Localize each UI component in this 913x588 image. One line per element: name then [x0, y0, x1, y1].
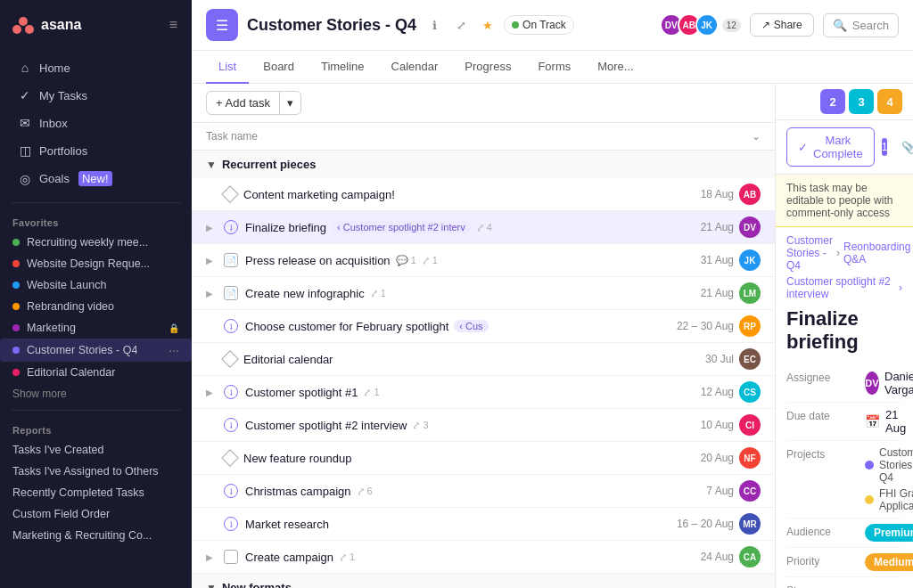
project1-dot: [865, 461, 874, 470]
tab-forms[interactable]: Forms: [525, 51, 583, 84]
sidebar-item-portfolios[interactable]: ◫ Portfolios: [5, 137, 186, 164]
task-name: Customer spotlight #2 interview: [245, 419, 407, 432]
info-button[interactable]: ℹ: [424, 14, 445, 36]
fav-item-3[interactable]: Rebranding video: [0, 296, 192, 317]
task-row[interactable]: ▶ 📄 Create new infographic ⤤ 1 21 Aug LM: [192, 277, 775, 310]
reports-item-3[interactable]: Custom Field Order: [0, 503, 192, 525]
task-row[interactable]: Customer spotlight #2 interview ⤤ 3 10 A…: [192, 409, 775, 442]
task-row[interactable]: Choose customer for February spotlight ‹…: [192, 310, 775, 343]
fav-item-6[interactable]: Editorial Calendar: [0, 362, 192, 383]
section-new-formats[interactable]: ▼ New formats: [192, 574, 775, 588]
task-list-header: Task name ⌄: [192, 123, 775, 151]
expand-icon[interactable]: ▶: [206, 223, 220, 233]
tab-list[interactable]: List: [206, 51, 249, 84]
task-row[interactable]: Content marketing campaign! 18 Aug AB: [192, 178, 775, 211]
due-date-value[interactable]: 📅 21 Aug: [865, 408, 906, 435]
avatar-3: JK: [695, 13, 719, 37]
task-check[interactable]: [224, 484, 238, 498]
task-row[interactable]: ▶ Customer spotlight #1 ⤤ 1 12 Aug CS: [192, 376, 775, 409]
content-area: + Add task ▾ Task name ⌄ ▼ Recurrent pie…: [192, 84, 913, 588]
task-check[interactable]: [224, 319, 238, 333]
projects-value: Customer Stories - Q4 Recurrent pieces ›…: [865, 446, 913, 512]
task-check[interactable]: [221, 449, 239, 467]
detail-tab-2[interactable]: 2: [820, 89, 845, 114]
task-check[interactable]: 📄: [224, 253, 238, 267]
paperclip-button[interactable]: 📎: [901, 135, 913, 159]
tab-calendar[interactable]: Calendar: [379, 51, 451, 84]
task-check[interactable]: [224, 220, 238, 234]
sidebar-item-my-tasks-label: My Tasks: [39, 89, 87, 102]
reports-item-1[interactable]: Tasks I've Assigned to Others: [0, 461, 192, 482]
reports-item-4[interactable]: Marketing & Recruiting Co...: [0, 525, 192, 546]
breadcrumb-project[interactable]: Customer Stories - Q4: [786, 234, 833, 272]
search-box[interactable]: 🔍 Search: [823, 13, 899, 37]
subtask-icon: ⤤ 4: [476, 222, 492, 233]
task-row[interactable]: Market research 16 – 20 Aug MR: [192, 508, 775, 541]
detail-task-title[interactable]: Finalize briefing: [776, 304, 913, 361]
expand-button[interactable]: ⤢: [450, 14, 472, 36]
sidebar-item-goals[interactable]: ◎ Goals New!: [5, 165, 186, 192]
task-row[interactable]: ▶ 📄 Press release on acquisition 💬 1 ⤤ 1…: [192, 244, 775, 277]
tab-timeline[interactable]: Timeline: [308, 51, 377, 84]
task-name: Finalize briefing: [245, 221, 326, 234]
task-check[interactable]: [224, 517, 238, 531]
expand-icon[interactable]: ▶: [206, 388, 220, 397]
task-check[interactable]: [221, 185, 239, 203]
expand-icon[interactable]: ▶: [206, 256, 220, 265]
detail-tab-3[interactable]: 3: [849, 89, 874, 114]
fav-item-5[interactable]: Customer Stories - Q4 ···: [0, 339, 192, 362]
tab-board[interactable]: Board: [251, 51, 307, 84]
fav-item-4[interactable]: Marketing 🔒: [0, 317, 192, 339]
task-date: 31 Aug: [701, 254, 734, 266]
tab-progress[interactable]: Progress: [452, 51, 523, 84]
editable-notice-text: This task may be editable to people with…: [786, 182, 892, 219]
reports-item-2[interactable]: Recently Completed Tasks: [0, 482, 192, 503]
tab-more[interactable]: More...: [585, 51, 646, 84]
task-check[interactable]: [221, 350, 239, 368]
task-check[interactable]: [224, 418, 238, 432]
sidebar-item-home[interactable]: ⌂ Home: [5, 54, 186, 81]
reports-item-0[interactable]: Tasks I've Created: [0, 439, 192, 461]
detail-tab-4[interactable]: 4: [877, 89, 902, 114]
fav-item-1[interactable]: Website Design Reque...: [0, 253, 192, 274]
task-row[interactable]: ▶ Create campaign ⤤ 1 24 Aug CA: [192, 541, 775, 574]
parent-task-link[interactable]: Customer spotlight #2 interview ›: [776, 274, 913, 304]
sidebar-item-inbox[interactable]: ✉ Inbox: [5, 110, 186, 136]
add-task-dropdown[interactable]: ▾: [279, 92, 300, 114]
task-name: Christmas campaign: [245, 485, 351, 498]
expand-icon[interactable]: ▶: [206, 552, 220, 562]
section-recurrent[interactable]: ▼ Recurrent pieces: [192, 151, 775, 178]
expand-icon[interactable]: ▶: [206, 289, 220, 298]
task-check[interactable]: [224, 550, 238, 564]
status-badge[interactable]: On Track: [504, 15, 574, 35]
breadcrumb-section[interactable]: Reonboarding Q&A: [843, 241, 910, 265]
task-avatar: CI: [739, 414, 761, 436]
fav-item-0[interactable]: Recruiting weekly mee...: [0, 232, 192, 253]
sort-icon[interactable]: ⌄: [752, 130, 761, 143]
sidebar-toggle[interactable]: ≡: [166, 13, 181, 37]
task-tag: ‹ Cus: [454, 320, 488, 332]
add-task-button[interactable]: + Add task ▾: [206, 91, 301, 115]
editable-notice: This task may be editable to people with…: [776, 175, 913, 227]
fav-item-2[interactable]: Website Launch: [0, 274, 192, 296]
fav-dot-0: [12, 239, 20, 246]
ellipsis-icon[interactable]: ···: [169, 343, 179, 357]
task-row[interactable]: ▶ Finalize briefing ‹ Customer spotlight…: [192, 211, 775, 244]
sidebar-item-my-tasks[interactable]: ✓ My Tasks: [5, 82, 186, 109]
task-avatar: RP: [739, 315, 761, 337]
task-row[interactable]: Editorial calendar 30 Jul EC: [192, 343, 775, 376]
task-check[interactable]: [224, 385, 238, 399]
share-icon: ↗: [761, 19, 770, 31]
share-button[interactable]: ↗ Share: [750, 13, 814, 37]
task-row[interactable]: New feature roundup 20 Aug NF: [192, 442, 775, 475]
subtask-icon: ⤤ 1: [370, 288, 386, 299]
task-check[interactable]: 📄: [224, 286, 238, 300]
show-more-button[interactable]: Show more: [0, 383, 192, 404]
star-button[interactable]: ★: [477, 14, 498, 36]
mark-complete-button[interactable]: ✓ Mark Complete: [786, 127, 875, 167]
project1-name[interactable]: Customer Stories - Q4: [879, 446, 913, 484]
assignee-value[interactable]: DV Daniela Vargas: [865, 370, 913, 396]
task-row[interactable]: Christmas campaign ⤤ 6 7 Aug CC: [192, 475, 775, 508]
task-name: Create campaign: [245, 551, 333, 564]
project2-name[interactable]: FHI Grant Application: [879, 487, 913, 512]
